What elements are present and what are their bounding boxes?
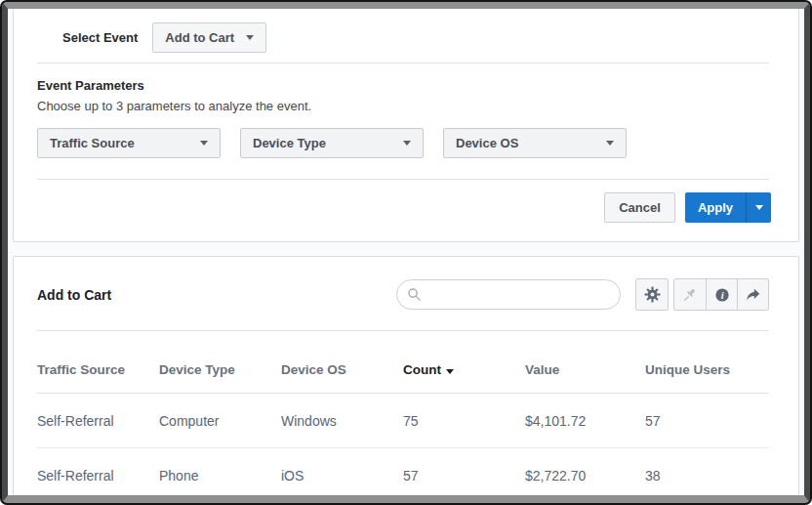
chevron-down-icon <box>246 35 254 40</box>
gear-icon <box>644 286 661 303</box>
search-box[interactable] <box>396 279 621 310</box>
cell-unique-users: 57 <box>645 413 769 429</box>
results-table: Traffic Source Device Type Device OS Cou… <box>14 331 798 502</box>
column-header-label: Count <box>403 362 441 377</box>
column-header-device-type[interactable]: Device Type <box>159 362 281 377</box>
column-header-count[interactable]: Count <box>403 362 525 377</box>
screenshot-frame: Select Event Add to Cart Event Parameter… <box>0 0 812 505</box>
apply-split-button: Apply <box>685 192 771 223</box>
cell-traffic-source: Self-Referral <box>37 413 159 429</box>
parameter-dropdown-device-os[interactable]: Device OS <box>443 128 627 158</box>
select-event-label: Select Event <box>62 30 138 45</box>
column-header-label: Value <box>525 362 559 377</box>
share-button[interactable] <box>737 279 768 310</box>
table-header-row: Traffic Source Device Type Device OS Cou… <box>37 331 769 394</box>
column-header-label: Device OS <box>281 362 346 377</box>
svg-text:i: i <box>720 289 723 300</box>
search-icon <box>407 287 422 302</box>
column-header-device-os[interactable]: Device OS <box>281 362 403 377</box>
event-parameters-card: Select Event Add to Cart Event Parameter… <box>13 9 799 242</box>
cell-unique-users: 38 <box>645 468 769 484</box>
cell-value: $2,722.70 <box>525 468 645 484</box>
share-arrow-icon <box>745 286 761 303</box>
cell-device-os: iOS <box>281 468 403 484</box>
info-button[interactable]: i <box>706 279 737 310</box>
chevron-down-icon <box>403 141 411 146</box>
column-header-label: Device Type <box>159 362 235 377</box>
info-icon: i <box>714 287 730 303</box>
parameters-subtitle: Choose up to 3 parameters to analyze the… <box>37 99 769 113</box>
results-toolbar: i <box>673 278 769 311</box>
cell-value: $4,101.72 <box>525 413 645 429</box>
cancel-button[interactable]: Cancel <box>604 192 675 223</box>
card-gap <box>8 242 804 256</box>
sort-desc-icon <box>446 369 454 374</box>
chevron-down-icon <box>200 141 208 146</box>
chevron-down-icon <box>755 205 763 210</box>
column-header-value[interactable]: Value <box>525 362 645 377</box>
column-header-traffic-source[interactable]: Traffic Source <box>37 362 159 377</box>
cell-count: 57 <box>403 468 525 484</box>
event-select-dropdown[interactable]: Add to Cart <box>152 22 266 53</box>
parameter-dropdown-traffic-source[interactable]: Traffic Source <box>37 128 221 158</box>
search-input[interactable] <box>427 286 610 303</box>
column-header-label: Traffic Source <box>37 362 125 377</box>
pushpin-icon <box>682 287 698 303</box>
parameters-section-head: Event Parameters Choose up to 3 paramete… <box>14 63 798 113</box>
cell-device-type: Phone <box>159 468 281 484</box>
chevron-down-icon <box>606 141 614 146</box>
results-card: Add to Cart <box>13 256 799 502</box>
results-title: Add to Cart <box>37 287 111 303</box>
cell-device-os: Windows <box>281 413 403 429</box>
parameter-dropdown-device-type[interactable]: Device Type <box>240 128 424 158</box>
select-event-row: Select Event Add to Cart <box>14 9 798 63</box>
column-header-label: Unique Users <box>645 362 730 377</box>
event-select-value: Add to Cart <box>165 30 234 45</box>
parameter-dropdown-row: Traffic Source Device Type Device OS <box>14 113 798 158</box>
apply-button[interactable]: Apply <box>685 192 746 223</box>
cell-traffic-source: Self-Referral <box>37 468 159 484</box>
parameters-title: Event Parameters <box>37 78 769 93</box>
pin-button[interactable] <box>674 279 706 310</box>
table-row[interactable]: Self-Referral Computer Windows 75 $4,101… <box>37 394 769 448</box>
cell-count: 75 <box>403 413 525 429</box>
parameter-dropdown-label: Device OS <box>456 136 518 150</box>
app-window: Select Event Add to Cart Event Parameter… <box>2 2 810 503</box>
parameter-dropdown-label: Device Type <box>253 136 326 150</box>
results-header: Add to Cart <box>14 257 798 311</box>
table-row[interactable]: Self-Referral Phone iOS 57 $2,722.70 38 <box>37 448 769 502</box>
settings-button[interactable] <box>635 278 669 311</box>
cell-device-type: Computer <box>159 413 281 429</box>
apply-options-button[interactable] <box>746 192 771 223</box>
parameter-dropdown-label: Traffic Source <box>50 136 135 150</box>
column-header-unique-users[interactable]: Unique Users <box>645 362 769 377</box>
actions-row: Cancel Apply <box>14 180 798 223</box>
